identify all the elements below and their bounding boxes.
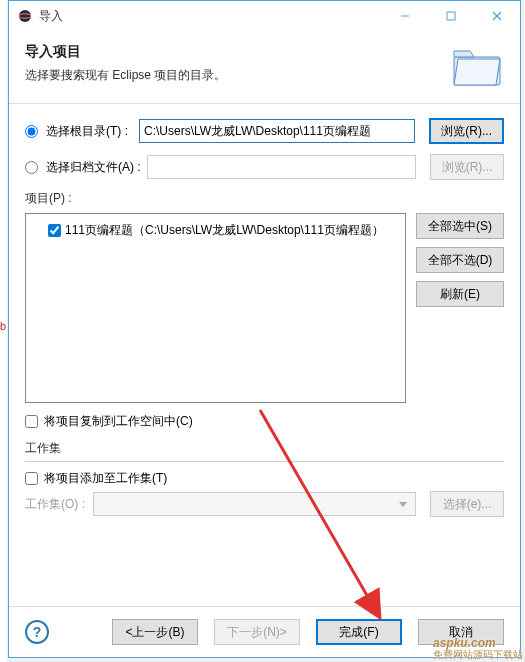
import-dialog: 导入 导入项目 选择要搜索现有 Eclipse 项目的目录。 选择根目录(T) … <box>8 0 521 658</box>
project-item-label: 111页编程题（C:\Users\LW龙威LW\Desktop\111页编程题） <box>65 222 384 239</box>
watermark: aspku.com 免费网站源码下载站 <box>433 634 523 660</box>
browse-root-button[interactable]: 浏览(R)... <box>429 118 504 144</box>
deselect-all-button[interactable]: 全部不选(D) <box>416 247 504 273</box>
root-dir-radio[interactable] <box>25 125 38 138</box>
browse-archive-button: 浏览(R)... <box>430 154 504 180</box>
import-folder-icon <box>450 43 504 89</box>
copy-to-workspace-checkbox[interactable] <box>25 415 38 428</box>
svg-point-0 <box>19 10 31 22</box>
workingset-combo <box>93 492 416 516</box>
archive-radio[interactable] <box>25 161 38 174</box>
close-button[interactable] <box>474 1 520 31</box>
left-edge-marker: b <box>0 320 6 332</box>
archive-radio-label[interactable]: 选择归档文件(A) : <box>25 159 141 176</box>
help-icon[interactable]: ? <box>25 620 49 644</box>
eclipse-icon <box>17 8 33 24</box>
select-all-button[interactable]: 全部选中(S) <box>416 213 504 239</box>
project-checkbox[interactable] <box>48 224 61 237</box>
archive-input <box>147 155 416 179</box>
page-title: 导入项目 <box>25 43 450 61</box>
workingset-select-button: 选择(e)... <box>430 491 504 517</box>
finish-button[interactable]: 完成(F) <box>316 619 402 645</box>
svg-rect-3 <box>447 12 455 20</box>
projects-tree[interactable]: 111页编程题（C:\Users\LW龙威LW\Desktop\111页编程题） <box>25 213 406 403</box>
tree-item[interactable]: 111页编程题（C:\Users\LW龙威LW\Desktop\111页编程题） <box>32 220 399 241</box>
next-button: 下一步(N)> <box>214 619 300 645</box>
window-title: 导入 <box>39 8 382 25</box>
page-description: 选择要搜索现有 Eclipse 项目的目录。 <box>25 67 450 84</box>
root-dir-input[interactable] <box>139 119 415 143</box>
add-to-workingset-label: 将项目添加至工作集(T) <box>44 470 167 487</box>
projects-label: 项目(P) : <box>25 190 504 207</box>
add-to-workingset-checkbox[interactable] <box>25 472 38 485</box>
workingset-title: 工作集 <box>25 440 504 457</box>
refresh-button[interactable]: 刷新(E) <box>416 281 504 307</box>
titlebar: 导入 <box>9 1 520 31</box>
wizard-header: 导入项目 选择要搜索现有 Eclipse 项目的目录。 <box>9 31 520 104</box>
workingset-group: 工作集 将项目添加至工作集(T) 工作集(O) : 选择(e)... <box>25 440 504 517</box>
workingset-combo-label: 工作集(O) : <box>25 496 87 513</box>
minimize-button[interactable] <box>382 1 428 31</box>
maximize-button[interactable] <box>428 1 474 31</box>
back-button[interactable]: <上一步(B) <box>112 619 198 645</box>
copy-to-workspace-label: 将项目复制到工作空间中(C) <box>44 413 193 430</box>
root-dir-radio-label[interactable]: 选择根目录(T) : <box>25 123 133 140</box>
